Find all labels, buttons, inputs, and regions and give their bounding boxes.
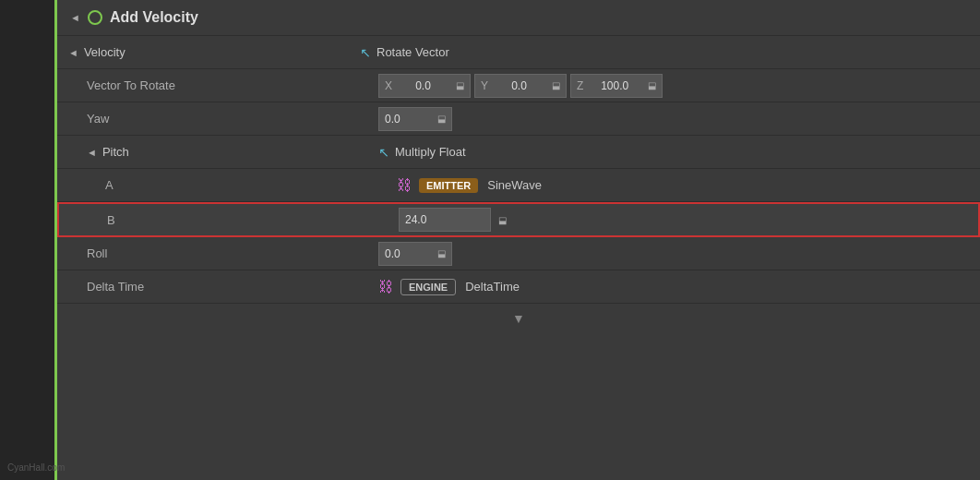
multiply-float-name: Multiply Float: [395, 145, 466, 159]
properties-area: ◄ Velocity ↗ Rotate Vector Vector To Rot…: [57, 36, 980, 333]
yaw-arrow-icon: ⬓: [437, 114, 446, 124]
pitch-func-link-icon: ↗: [378, 145, 389, 160]
roll-input[interactable]: 0.0 ⬓: [378, 242, 452, 266]
main-container: ◄ Add Velocity ◄ Velocity ↗ Rotate Vecto…: [0, 0, 980, 480]
delta-time-chain-icon: ⛓: [378, 279, 393, 295]
x-field[interactable]: X 0.0 ⬓: [378, 74, 471, 98]
roll-value: 0.0: [385, 247, 400, 260]
b-label: B: [96, 208, 391, 233]
z-label: Z: [577, 79, 583, 92]
pitch-section-row: ◄ Pitch ↗ Multiply Float: [57, 136, 980, 169]
y-value: 0.0: [511, 79, 527, 92]
bottom-arrow[interactable]: ▼: [512, 311, 525, 326]
b-value: 24.0: [405, 213, 426, 226]
multiply-float-link[interactable]: ↗ Multiply Float: [378, 145, 466, 160]
pitch-value-area: ↗ Multiply Float: [371, 141, 980, 163]
delta-time-value-area: ⛓ ENGINE DeltaTime: [371, 275, 980, 299]
b-input[interactable]: 24.0: [399, 208, 491, 232]
b-arrow-icon: ⬓: [498, 215, 507, 225]
z-field[interactable]: Z 100.0 ⬓: [570, 74, 663, 98]
delta-time-row: Delta Time ⛓ ENGINE DeltaTime: [57, 270, 980, 304]
roll-row: Roll 0.0 ⬓: [57, 237, 980, 270]
page-title: Add Velocity: [110, 9, 198, 26]
a-row: A ⛓ EMITTER SineWave: [57, 169, 980, 202]
delta-time-value-text: DeltaTime: [465, 280, 520, 294]
a-value-area: ⛓ EMITTER SineWave: [389, 174, 980, 198]
green-circle-icon: [88, 10, 102, 25]
yaw-value: 0.0: [385, 113, 400, 126]
b-row: B 24.0 ⬓: [57, 202, 980, 237]
add-velocity-header: ◄ Add Velocity: [57, 0, 980, 36]
vector-to-rotate-label: Vector To Rotate: [76, 73, 371, 98]
y-label: Y: [481, 79, 488, 92]
roll-arrow-icon: ⬓: [437, 248, 446, 258]
roll-label: Roll: [76, 241, 371, 266]
yaw-value-area: 0.0 ⬓: [371, 103, 980, 135]
delta-time-label: Delta Time: [76, 274, 371, 299]
roll-value-area: 0.0 ⬓: [371, 238, 980, 270]
header-collapse-arrow[interactable]: ◄: [70, 12, 80, 23]
vector-to-rotate-row: Vector To Rotate X 0.0 ⬓ Y 0.0 ⬓ Z 100.0: [57, 69, 980, 102]
y-field[interactable]: Y 0.0 ⬓: [474, 74, 567, 98]
bottom-arrow-row: ▼: [57, 304, 980, 333]
pitch-collapse-arrow[interactable]: ◄: [87, 147, 97, 158]
z-arrow-icon: ⬓: [648, 80, 656, 90]
yaw-input[interactable]: 0.0 ⬓: [378, 107, 452, 131]
a-label: A: [94, 173, 389, 198]
y-arrow-icon: ⬓: [552, 80, 560, 90]
velocity-value-area: ↗ Rotate Vector: [353, 42, 980, 64]
vector-to-rotate-values: X 0.0 ⬓ Y 0.0 ⬓ Z 100.0 ⬓: [371, 70, 980, 102]
rotate-vector-link[interactable]: ↗ Rotate Vector: [360, 45, 449, 60]
engine-badge: ENGINE: [400, 279, 456, 295]
yaw-label: Yaw: [76, 106, 371, 131]
x-arrow-icon: ⬓: [456, 80, 464, 90]
yaw-row: Yaw 0.0 ⬓: [57, 102, 980, 136]
left-sidebar: [0, 0, 57, 480]
velocity-collapse-arrow[interactable]: ◄: [68, 47, 78, 58]
z-value: 100.0: [601, 79, 628, 92]
velocity-section-row: ◄ Velocity ↗ Rotate Vector: [57, 36, 980, 69]
b-value-area: 24.0 ⬓: [391, 204, 978, 235]
content-area: ◄ Add Velocity ◄ Velocity ↗ Rotate Vecto…: [57, 0, 980, 480]
a-chain-icon: ⛓: [397, 177, 412, 194]
x-value: 0.0: [415, 79, 431, 92]
emitter-badge: EMITTER: [419, 178, 478, 193]
pitch-label: ◄ Pitch: [76, 139, 371, 164]
a-value-text: SineWave: [487, 178, 542, 192]
velocity-label: ◄ Velocity: [57, 40, 353, 65]
watermark: CyanHall.com: [7, 462, 65, 473]
func-link-icon: ↗: [360, 45, 371, 60]
x-label: X: [385, 79, 392, 92]
rotate-vector-name: Rotate Vector: [376, 45, 449, 59]
